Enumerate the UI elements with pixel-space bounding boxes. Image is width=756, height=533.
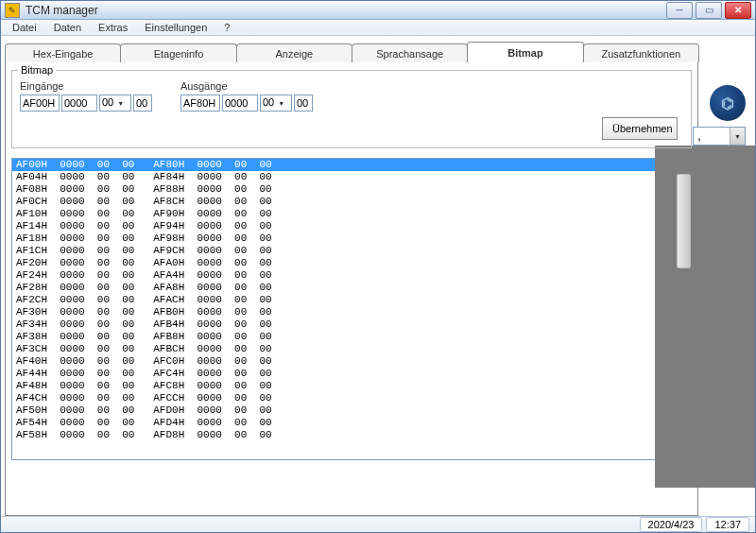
data-row[interactable]: AF18H 0000 00 00 AF98H 0000 00 00 <box>12 232 676 245</box>
bitmap-data-list[interactable]: AF00H 0000 00 00 AF80H 0000 00 00AF04H 0… <box>11 158 677 460</box>
out-addr-input[interactable] <box>180 95 220 112</box>
tab-bitmap[interactable]: Bitmap <box>467 42 583 62</box>
content-area: Hex-EingabeEtageninfoAnzeigeSprachansage… <box>1 36 755 516</box>
data-row[interactable]: AF48H 0000 00 00 AFC8H 0000 00 00 <box>12 380 676 392</box>
data-row[interactable]: AF28H 0000 00 00 AFA8H 0000 00 00 <box>12 282 676 294</box>
data-row[interactable]: AF14H 0000 00 00 AF94H 0000 00 00 <box>12 220 676 232</box>
inputs-label: Eingänge <box>20 80 152 92</box>
chevron-down-icon[interactable] <box>115 95 130 111</box>
data-row[interactable]: AF0CH 0000 00 00 AF8CH 0000 00 00 <box>12 196 676 208</box>
side-dropdown[interactable]: , <box>693 127 746 146</box>
tabs-row: Hex-EingabeEtageninfoAnzeigeSprachansage… <box>5 40 698 62</box>
out-sel-dropdown[interactable]: 00 <box>260 95 292 112</box>
side-gray-panel <box>655 146 755 488</box>
data-row[interactable]: AF3CH 0000 00 00 AFBCH 0000 00 00 <box>12 343 676 355</box>
tab-panel-bitmap: Bitmap Eingänge 00 <box>5 62 698 516</box>
outputs-col: Ausgänge 00 <box>180 80 313 112</box>
menu-item-?[interactable]: ? <box>216 20 237 35</box>
chevron-down-icon[interactable] <box>730 128 745 145</box>
data-row[interactable]: AF44H 0000 00 00 AFC4H 0000 00 00 <box>12 368 676 380</box>
statusbar: 2020/4/23 12:37 <box>1 516 755 532</box>
tab-sprachansage[interactable]: Sprachansage <box>352 43 468 62</box>
data-row[interactable]: AF20H 0000 00 00 AFA0H 0000 00 00 <box>12 257 676 269</box>
status-date: 2020/4/23 <box>640 517 703 532</box>
brand-logo: ⌬ <box>710 85 746 121</box>
data-list-wrap: AF00H 0000 00 00 AF80H 0000 00 00AF04H 0… <box>11 158 692 460</box>
group-legend: Bitmap <box>18 64 56 76</box>
menubar: DateiDatenExtrasEinstellungen? <box>1 20 755 36</box>
tab-anzeige[interactable]: Anzeige <box>236 43 352 62</box>
in-byte-input[interactable] <box>133 95 152 112</box>
tab-hex-eingabe[interactable]: Hex-Eingabe <box>5 43 121 62</box>
scroll-thumb[interactable] <box>677 174 691 268</box>
data-row[interactable]: AF58H 0000 00 00 AFD8H 0000 00 00 <box>12 429 676 441</box>
tab-zusatzfunktionen[interactable]: Zusatzfunktionen <box>583 43 699 62</box>
window-title: TCM manager <box>26 4 666 17</box>
data-row[interactable]: AF34H 0000 00 00 AFB4H 0000 00 00 <box>12 318 676 331</box>
app-icon: ✎ <box>5 3 20 18</box>
outputs-label: Ausgänge <box>180 80 313 92</box>
close-button[interactable]: ✕ <box>725 2 751 19</box>
data-row[interactable]: AF38H 0000 00 00 AFB8H 0000 00 00 <box>12 331 676 343</box>
data-row[interactable]: AF00H 0000 00 00 AF80H 0000 00 00 <box>12 159 676 171</box>
menu-item-datei[interactable]: Datei <box>5 20 44 35</box>
data-row[interactable]: AF1CH 0000 00 00 AF9CH 0000 00 00 <box>12 245 676 257</box>
tab-etageninfo[interactable]: Etageninfo <box>120 43 236 62</box>
data-row[interactable]: AF2CH 0000 00 00 AFACH 0000 00 00 <box>12 294 676 306</box>
in-word-input[interactable] <box>61 95 97 112</box>
bitmap-group: Bitmap Eingänge 00 <box>11 70 692 148</box>
menu-item-daten[interactable]: Daten <box>46 20 89 35</box>
out-byte-input[interactable] <box>294 95 313 112</box>
in-sel-dropdown[interactable]: 00 <box>99 95 131 112</box>
menu-item-extras[interactable]: Extras <box>91 20 135 35</box>
inputs-col: Eingänge 00 <box>20 80 152 112</box>
menu-item-einstellungen[interactable]: Einstellungen <box>137 20 215 35</box>
out-word-input[interactable] <box>222 95 258 112</box>
data-row[interactable]: AF08H 0000 00 00 AF88H 0000 00 00 <box>12 183 676 196</box>
data-row[interactable]: AF24H 0000 00 00 AFA4H 0000 00 00 <box>12 269 676 282</box>
data-row[interactable]: AF04H 0000 00 00 AF84H 0000 00 00 <box>12 171 676 183</box>
data-row[interactable]: AF10H 0000 00 00 AF90H 0000 00 00 <box>12 208 676 220</box>
data-row[interactable]: AF4CH 0000 00 00 AFCCH 0000 00 00 <box>12 392 676 404</box>
minimize-button[interactable]: ─ <box>666 2 693 19</box>
titlebar: ✎ TCM manager ─ ▭ ✕ <box>1 1 755 20</box>
apply-button[interactable]: Übernehmen <box>602 117 678 140</box>
chevron-down-icon[interactable] <box>276 95 291 111</box>
data-row[interactable]: AF30H 0000 00 00 AFB0H 0000 00 00 <box>12 306 676 318</box>
data-row[interactable]: AF54H 0000 00 00 AFD4H 0000 00 00 <box>12 417 676 429</box>
app-window: ✎ TCM manager ─ ▭ ✕ DateiDatenExtrasEins… <box>0 0 756 533</box>
data-row[interactable]: AF50H 0000 00 00 AFD0H 0000 00 00 <box>12 404 676 417</box>
scrollbar[interactable]: ▲ ▼ <box>677 158 692 460</box>
data-row[interactable]: AF40H 0000 00 00 AFC0H 0000 00 00 <box>12 355 676 368</box>
in-addr-input[interactable] <box>20 95 60 112</box>
maximize-button[interactable]: ▭ <box>696 2 722 19</box>
status-time: 12:37 <box>706 517 749 532</box>
